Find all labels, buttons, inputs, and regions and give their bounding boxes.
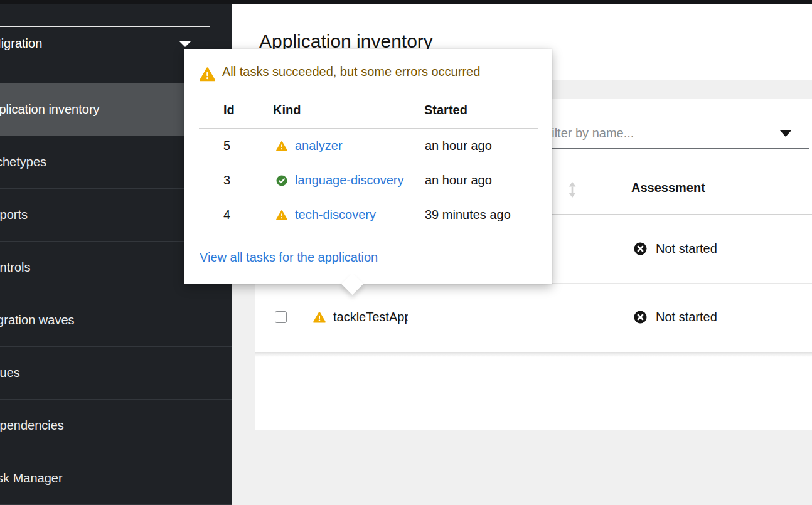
assessment-status: Not started xyxy=(656,242,717,256)
sidebar-item-label: Controls xyxy=(0,260,30,275)
task-id: 4 xyxy=(223,198,230,232)
task-started: an hour ago xyxy=(425,163,492,198)
times-circle-icon xyxy=(634,311,647,324)
sidebar-item-label: Dependencies xyxy=(0,418,64,433)
application-name[interactable]: tackleTestApp xyxy=(333,310,408,324)
column-header-kind: Kind xyxy=(273,103,301,117)
assessment-cell: Not started xyxy=(634,284,717,351)
task-id: 5 xyxy=(223,129,230,163)
assessment-cell: Not started xyxy=(634,215,717,283)
task-id: 3 xyxy=(223,163,230,198)
popover-task-table: Id Kind Started 5 analyzer an ho xyxy=(199,98,538,232)
column-header-id: Id xyxy=(223,103,235,117)
warning-icon xyxy=(276,141,287,151)
column-header-assessment[interactable]: Assessment xyxy=(631,157,705,215)
sidebar-item-label: Reports xyxy=(0,208,28,222)
application-name-cell: tackleTestApp xyxy=(275,284,408,351)
task-started: an hour ago xyxy=(425,129,492,163)
task-kind-link[interactable]: language-discovery xyxy=(295,173,403,188)
view-all-tasks-link[interactable]: View all tasks for the application xyxy=(200,250,378,265)
task-kind-link[interactable]: tech-discovery xyxy=(295,208,376,222)
warning-icon[interactable] xyxy=(313,312,326,323)
sidebar-item-issues[interactable]: Issues xyxy=(0,347,232,400)
task-row: 4 tech-discovery 39 minutes ago xyxy=(199,198,538,232)
sidebar-item-label: Application inventory xyxy=(0,102,100,117)
filter-by-name-input[interactable] xyxy=(544,120,770,146)
name-filter-select[interactable] xyxy=(535,117,809,149)
caret-down-icon xyxy=(179,41,191,47)
app-screen: Migration Application inventory Archetyp… xyxy=(0,0,812,505)
sidebar-item-task-manager[interactable]: Task Manager xyxy=(0,452,232,505)
task-row: 3 language-discovery an hour ago xyxy=(199,163,538,198)
sidebar-item-label: Archetypes xyxy=(0,155,46,169)
perspective-label: Migration xyxy=(0,27,42,60)
table-bottom-shadow xyxy=(255,352,812,357)
popover-title: All tasks succeeded, but some errors occ… xyxy=(222,65,480,79)
task-row: 5 analyzer an hour ago xyxy=(199,129,538,163)
perspective-dropdown[interactable]: Migration xyxy=(0,26,210,60)
popover-table-header: Id Kind Started xyxy=(199,98,538,129)
task-status-popover: All tasks succeeded, but some errors occ… xyxy=(184,49,552,284)
column-header-started: Started xyxy=(424,103,467,117)
sidebar-item-label: Migration waves xyxy=(0,313,75,327)
task-kind-link[interactable]: analyzer xyxy=(295,139,343,153)
check-circle-icon xyxy=(276,175,287,186)
sidebar-item-label: Task Manager xyxy=(0,471,63,486)
warning-icon xyxy=(200,67,215,82)
row-checkbox[interactable] xyxy=(275,311,287,323)
sidebar-item-label: Issues xyxy=(0,366,20,380)
table-row: tackleTestApp Not started xyxy=(255,284,812,351)
masthead-bar xyxy=(0,0,812,4)
task-started: 39 minutes ago xyxy=(425,198,511,232)
sort-updown-icon[interactable] xyxy=(568,182,577,198)
sidebar-item-migration-waves[interactable]: Migration waves xyxy=(0,294,232,347)
sidebar-item-dependencies[interactable]: Dependencies xyxy=(0,400,232,452)
times-circle-icon xyxy=(634,242,647,255)
warning-icon xyxy=(276,210,287,220)
caret-down-icon[interactable] xyxy=(780,130,791,137)
assessment-status: Not started xyxy=(656,310,717,324)
